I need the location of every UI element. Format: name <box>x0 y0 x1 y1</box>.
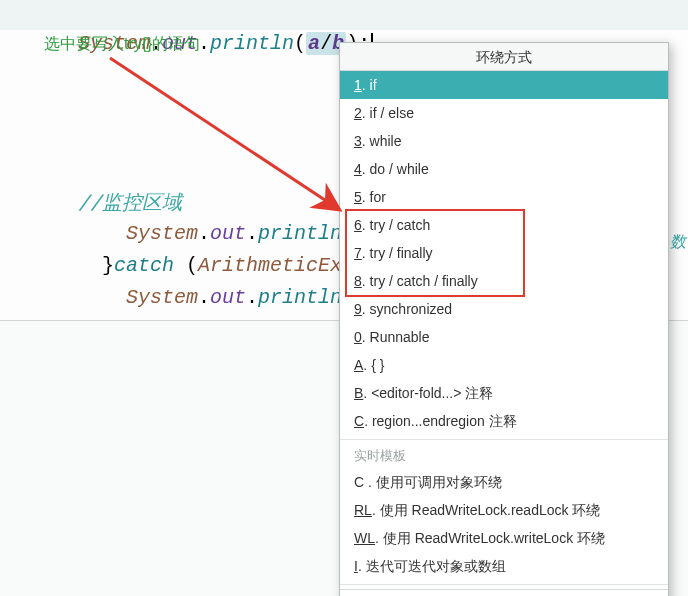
mnemonic: WL <box>354 530 375 546</box>
popup-item-if-else[interactable]: 2. if / else <box>340 99 668 127</box>
mnemonic: 8 <box>354 273 362 289</box>
popup-configure-link[interactable]: 配置动态模板... <box>340 589 668 596</box>
popup-item-readlock[interactable]: RL. 使用 ReadWriteLock.readLock 环绕 <box>340 496 668 524</box>
item-label: 使用可调用对象环绕 <box>376 474 502 490</box>
popup-item-editor-fold[interactable]: B. <editor-fold...> 注释 <box>340 379 668 407</box>
item-label: while <box>370 133 402 149</box>
surround-with-popup: 环绕方式 1. if 2. if / else 3. while 4. do /… <box>339 42 669 596</box>
mnemonic: 6 <box>354 217 362 233</box>
popup-title: 环绕方式 <box>340 43 668 71</box>
token-arg-a: a <box>308 32 320 55</box>
mnemonic: 9 <box>354 301 362 317</box>
popup-item-do-while[interactable]: 4. do / while <box>340 155 668 183</box>
item-label: if / else <box>370 105 414 121</box>
popup-separator <box>340 584 668 585</box>
token-field: out <box>210 286 246 309</box>
token-method: println <box>258 286 342 309</box>
popup-item-runnable[interactable]: 0. Runnable <box>340 323 668 351</box>
item-label: for <box>370 189 386 205</box>
popup-item-for[interactable]: 5. for <box>340 183 668 211</box>
mnemonic: 2 <box>354 105 362 121</box>
item-label: if <box>370 77 377 93</box>
item-label: synchronized <box>370 301 453 317</box>
popup-item-iterate[interactable]: I. 迭代可迭代对象或数组 <box>340 552 668 580</box>
mnemonic: C <box>354 474 364 490</box>
mnemonic: 3 <box>354 133 362 149</box>
mnemonic: 1 <box>354 77 362 93</box>
popup-item-braces[interactable]: A. { } <box>340 351 668 379</box>
item-label: do / while <box>370 161 429 177</box>
popup-separator <box>340 439 668 440</box>
mnemonic: I <box>354 558 358 574</box>
item-label: Runnable <box>370 329 430 345</box>
mnemonic: C <box>354 413 364 429</box>
root: System.out.println(a/b); 选中要写入try{}的语句 /… <box>0 0 688 596</box>
annotation-note: 选中要写入try{}的语句 <box>44 34 200 55</box>
popup-list-main: 1. if 2. if / else 3. while 4. do / whil… <box>340 71 668 435</box>
mnemonic: A <box>354 357 363 373</box>
popup-item-try-finally[interactable]: 7. try / finally <box>340 239 668 267</box>
popup-list-live: C . 使用可调用对象环绕 RL. 使用 ReadWriteLock.readL… <box>340 468 668 580</box>
popup-item-while[interactable]: 3. while <box>340 127 668 155</box>
token-paren-open: ( <box>294 32 306 55</box>
popup-item-region[interactable]: C. region...endregion 注释 <box>340 407 668 435</box>
token-dot: . <box>246 286 258 309</box>
mnemonic: RL <box>354 502 372 518</box>
popup-item-if[interactable]: 1. if <box>340 71 668 99</box>
item-label: 迭代可迭代对象或数组 <box>366 558 506 574</box>
item-label: <editor-fold...> 注释 <box>371 385 493 401</box>
indent <box>78 286 126 309</box>
item-label: { } <box>371 357 384 373</box>
item-label: 使用 ReadWriteLock.writeLock 环绕 <box>383 530 605 546</box>
popup-item-try-catch-finally[interactable]: 8. try / catch / finally <box>340 267 668 295</box>
popup-item-callable[interactable]: C . 使用可调用对象环绕 <box>340 468 668 496</box>
mnemonic: 4 <box>354 161 362 177</box>
popup-item-try-catch[interactable]: 6. try / catch <box>340 211 668 239</box>
popup-section-live-templates: 实时模板 <box>340 444 668 468</box>
mnemonic: 5 <box>354 189 362 205</box>
item-label: try / catch / finally <box>370 273 478 289</box>
mnemonic: 0 <box>354 329 362 345</box>
token-class: System <box>126 286 198 309</box>
item-label: try / catch <box>370 217 431 233</box>
popup-item-synchronized[interactable]: 9. synchronized <box>340 295 668 323</box>
item-label: region...endregion 注释 <box>372 413 517 429</box>
token-slash: / <box>320 32 332 55</box>
mnemonic: B <box>354 385 363 401</box>
truncated-text-right: 数 <box>670 232 686 253</box>
item-label: try / finally <box>370 245 433 261</box>
item-label: 使用 ReadWriteLock.readLock 环绕 <box>380 502 601 518</box>
mnemonic: 7 <box>354 245 362 261</box>
popup-item-writelock[interactable]: WL. 使用 ReadWriteLock.writeLock 环绕 <box>340 524 668 552</box>
token-method: println <box>210 32 294 55</box>
token-dot: . <box>198 286 210 309</box>
